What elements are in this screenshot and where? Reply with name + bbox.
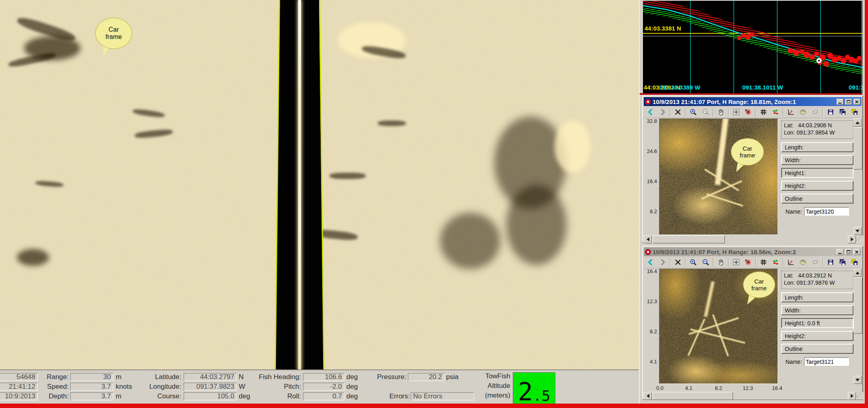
zoom-in-button[interactable] xyxy=(687,257,699,267)
maximize-button[interactable] xyxy=(845,99,852,105)
scroll-left-button[interactable] xyxy=(644,235,652,243)
scroll-thumb[interactable] xyxy=(653,392,733,400)
width-button[interactable]: Width: xyxy=(781,305,854,315)
eraser-button[interactable] xyxy=(809,257,821,267)
scroll-up-button[interactable] xyxy=(854,118,862,126)
sonar-shadow-streak xyxy=(378,120,406,126)
save-button[interactable] xyxy=(825,257,837,267)
save-button[interactable] xyxy=(825,107,837,117)
height2-button[interactable]: Height2: xyxy=(781,331,854,341)
grid-icon xyxy=(761,259,766,265)
zoom2-vertical-scrollbar[interactable] xyxy=(854,269,862,384)
pan-button[interactable] xyxy=(715,257,727,267)
length-button[interactable]: Length: xyxy=(781,292,854,302)
toolbar-separator xyxy=(823,108,823,116)
zoom-out-button[interactable] xyxy=(700,107,712,117)
scroll-left-button[interactable] xyxy=(644,392,652,400)
height2-button[interactable]: Height2: xyxy=(781,181,854,191)
scroll-down-button[interactable] xyxy=(854,227,862,235)
eraser-button[interactable] xyxy=(809,107,821,117)
outline-button[interactable]: Outline xyxy=(781,344,854,354)
zoom2-measure-panel: Lat: 44:03.2912 N Lon: 091:37.9876 W Len… xyxy=(781,269,854,384)
forward-button[interactable] xyxy=(657,107,669,117)
target-annotation-balloon: Car frame xyxy=(731,138,764,165)
depth-field: 3.7 xyxy=(70,392,113,400)
grid-button[interactable] xyxy=(757,257,770,267)
left-arrow-icon xyxy=(647,237,649,241)
save-all-button[interactable] xyxy=(837,107,849,117)
name-row: Name: xyxy=(781,357,849,366)
scroll-up-button[interactable] xyxy=(854,269,862,277)
forward-button[interactable] xyxy=(657,257,669,267)
zoom1-horizontal-scrollbar[interactable] xyxy=(644,236,863,243)
window-icon xyxy=(645,99,651,105)
towfish-label-line1: TowFish xyxy=(465,372,510,380)
measure-button[interactable] xyxy=(785,257,797,267)
towfish-altitude-display: 2 .5 xyxy=(513,372,555,404)
target-name-input[interactable] xyxy=(804,207,849,216)
resize-grip[interactable] xyxy=(856,236,863,242)
zoom2-horizontal-scrollbar[interactable] xyxy=(644,392,863,400)
minimize-icon xyxy=(838,103,841,104)
delete-target-button[interactable] xyxy=(672,257,684,267)
sonar-shadow-streak xyxy=(330,173,366,179)
zoom2-titlebar[interactable]: 10/9/2013 21:41:07 Port, H Range: 18.56m… xyxy=(644,247,862,256)
measure-button[interactable] xyxy=(785,107,797,117)
altitude-value-fraction: .5 xyxy=(533,388,550,404)
back-button[interactable] xyxy=(645,107,657,117)
palette-button[interactable] xyxy=(797,257,809,267)
save-target-button[interactable] xyxy=(849,107,861,117)
save-target-button[interactable] xyxy=(849,257,861,267)
forward-icon xyxy=(661,259,664,265)
center-target-button[interactable] xyxy=(730,107,742,117)
zoom-in-button[interactable] xyxy=(687,107,699,117)
height1-button[interactable]: Height1: xyxy=(781,168,854,178)
close-button[interactable]: ✕ xyxy=(854,99,860,105)
maximize-button[interactable] xyxy=(845,249,852,255)
zoom-out-button[interactable] xyxy=(700,257,712,267)
zoom1-car-frame-member xyxy=(706,193,743,206)
pitch-label: Pitch: xyxy=(252,383,301,391)
pan-button[interactable] xyxy=(715,107,727,117)
navigation-track-map[interactable]: 44:03.3381 N 44:03.2192 N 091:38.3389 W … xyxy=(643,1,862,93)
zoom1-titlebar[interactable]: 10/9/2013 21:41:07 Port, H Range: 18.81m… xyxy=(644,97,862,106)
maximize-icon xyxy=(847,250,850,253)
name-label: Name: xyxy=(781,208,802,215)
toolbar-separator xyxy=(685,258,686,267)
resize-grip[interactable] xyxy=(856,392,863,399)
zoom2-sonar-image[interactable]: Car frame xyxy=(659,269,778,384)
scroll-down-button[interactable] xyxy=(854,376,862,384)
scroll-right-button[interactable] xyxy=(848,235,856,243)
back-button[interactable] xyxy=(645,257,657,267)
zoom1-latlon-box: Lat: 44:03.2908 N Lon: 091:37.9854 W xyxy=(781,120,854,139)
minimize-button[interactable] xyxy=(837,249,843,255)
width-button[interactable]: Width: xyxy=(781,155,854,165)
close-button[interactable]: ✕ xyxy=(854,249,860,255)
scroll-right-button[interactable] xyxy=(848,392,856,400)
palette-button[interactable] xyxy=(797,107,809,117)
save-all-button[interactable] xyxy=(837,257,849,267)
zoom1-sonar-image[interactable]: Car frame xyxy=(659,118,778,235)
minimize-button[interactable] xyxy=(837,99,843,105)
target-name-input[interactable] xyxy=(804,357,849,366)
scroll-thumb[interactable] xyxy=(854,277,862,334)
north-marker-button[interactable]: N xyxy=(742,107,754,117)
scroll-thumb[interactable] xyxy=(854,127,862,169)
sonar-shadow-blob xyxy=(17,249,49,266)
outline-button[interactable]: Outline xyxy=(781,194,854,204)
sonar-waterfall-display[interactable]: Car frame xyxy=(0,0,639,369)
delete-target-button[interactable] xyxy=(672,107,684,117)
height1-button[interactable]: Height1: 0.0 ft xyxy=(781,318,854,328)
zoom1-vertical-scrollbar[interactable] xyxy=(854,118,862,235)
sonar-shadow-blob xyxy=(440,213,500,269)
north-marker-button[interactable]: N xyxy=(742,257,754,267)
length-button[interactable]: Length: xyxy=(781,142,854,152)
reverse-direction-button[interactable] xyxy=(770,257,782,267)
center-target-button[interactable] xyxy=(730,257,742,267)
reverse-direction-button[interactable] xyxy=(770,107,782,117)
scroll-thumb[interactable] xyxy=(653,235,725,243)
minimize-icon xyxy=(838,253,841,254)
latitude-field: 44:03.2797 xyxy=(184,373,237,381)
longitude-unit: W xyxy=(239,383,245,391)
grid-button[interactable] xyxy=(757,107,770,117)
